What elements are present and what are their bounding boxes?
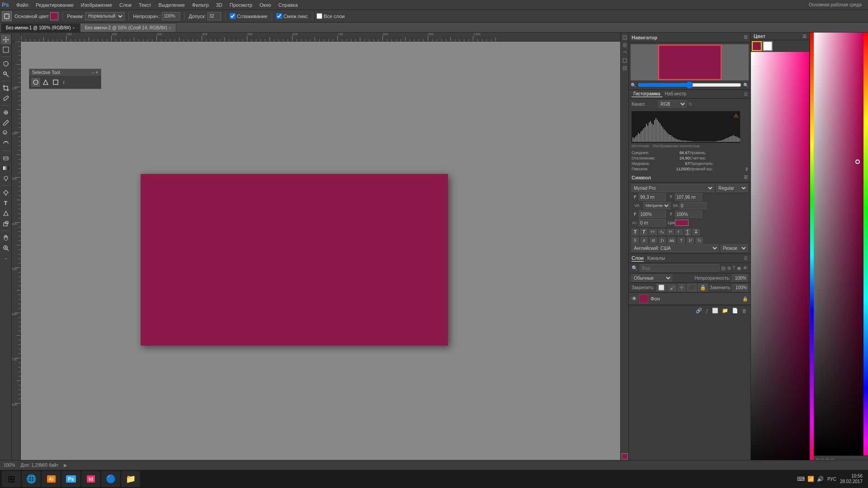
nav-zoom-out-icon[interactable]: 🔍 [631, 83, 636, 88]
menu-3d[interactable]: 3D [212, 1, 226, 9]
tab-doc1-close[interactable]: × [73, 26, 75, 30]
ot-st[interactable]: st [650, 237, 657, 244]
scale-v-input[interactable] [639, 211, 666, 218]
move-tool[interactable] [1, 34, 11, 44]
tracking-input[interactable] [679, 202, 707, 209]
navigator-header[interactable]: Навигатор ☰ [629, 33, 750, 42]
ot-super2[interactable]: 1² [687, 237, 694, 244]
all-layers-checkbox[interactable] [316, 13, 322, 19]
more-tools[interactable]: ··· [1, 253, 11, 263]
contiguous-checkbox[interactable] [276, 13, 282, 19]
quick-select-tool[interactable] [1, 69, 11, 79]
canvas-rotate[interactable] [622, 50, 628, 56]
canvas-document[interactable] [141, 174, 448, 346]
menu-text[interactable]: Текст [135, 1, 155, 9]
tab-doc2-close[interactable]: × [169, 26, 171, 30]
lock-artboard-btn[interactable]: ⬛ [687, 284, 697, 291]
navigator-zoom-slider[interactable] [638, 82, 741, 88]
canvas-fullscreen[interactable] [622, 57, 628, 64]
baseline-input[interactable] [639, 219, 666, 226]
ot-frac[interactable]: ½ [696, 237, 703, 244]
symbol-menu-icon[interactable]: ☰ [744, 175, 748, 180]
kerning-select[interactable]: Метрическ [643, 202, 670, 209]
selective-btn2[interactable] [41, 78, 50, 87]
float-close[interactable]: × [95, 70, 98, 75]
menu-select[interactable]: Выделение [155, 1, 189, 9]
filter-type-icon[interactable]: T [732, 265, 736, 271]
selective-btn4[interactable]: i [61, 78, 70, 87]
layers-mask-btn[interactable]: ⬜ [711, 307, 719, 314]
menu-edit[interactable]: Редактирование [32, 1, 77, 9]
ot-ligatures[interactable]: fi [632, 237, 639, 244]
canvas-area[interactable]: Selective Tool – × [12, 33, 628, 478]
nav-zoom-in-icon[interactable]: 🔍 [743, 83, 749, 88]
menu-filter[interactable]: Фильтр [189, 1, 212, 9]
layers-tab-channels[interactable]: Каналы [647, 255, 665, 262]
style-italic[interactable]: T [640, 229, 647, 235]
text-color-swatch[interactable] [675, 220, 689, 226]
layers-mode-select[interactable]: Обычные [632, 274, 672, 282]
layers-delete-btn[interactable]: 🗑 [741, 307, 748, 314]
filter-adjust-icon[interactable]: ⊗ [727, 265, 731, 271]
layers-menu-icon[interactable]: ☰ [744, 256, 748, 261]
style-underline[interactable]: T [684, 229, 691, 235]
layer-item-bg[interactable]: 👁 Фон 🔒 [629, 293, 750, 305]
ot-aa[interactable]: aa [668, 237, 676, 244]
hand-tool[interactable] [1, 233, 11, 243]
tolerance-input[interactable] [208, 12, 221, 20]
language-select[interactable]: Английский: США [632, 244, 719, 252]
style-super[interactable]: T¹ [667, 229, 674, 235]
brush-tool[interactable] [1, 118, 11, 128]
eyedropper-tool[interactable] [1, 94, 11, 103]
browser2-button[interactable]: 🔵 [101, 471, 120, 487]
start-button[interactable]: ⊞ [2, 471, 21, 487]
clone-tool[interactable]: s [1, 128, 11, 138]
tab-doc2[interactable]: Без имени-2 @ 50% (Слой 14, RGB/8#) × [80, 23, 176, 32]
eraser-tool[interactable] [1, 153, 11, 163]
fill-input[interactable] [732, 284, 748, 291]
chrome-button[interactable]: 🌐 [22, 471, 41, 487]
lasso-tool[interactable] [1, 59, 11, 69]
canvas-zoom-in[interactable] [622, 42, 628, 48]
style-sub[interactable]: T˙ [675, 229, 683, 235]
selective-btn1[interactable] [31, 78, 40, 87]
crop-tool[interactable] [1, 83, 11, 93]
color-picker-inner[interactable] [751, 52, 809, 478]
explorer-button[interactable]: 📁 [121, 471, 140, 487]
ot-ffi[interactable]: ƒı [659, 237, 666, 244]
font-style-select[interactable]: Regular [716, 184, 748, 192]
symbol-header[interactable]: Символ ☰ [629, 173, 750, 183]
menu-view[interactable]: Просмотр [226, 1, 256, 9]
canvas-zoom-fit[interactable] [622, 34, 628, 41]
gradient-tool[interactable] [1, 163, 11, 173]
saturation-brightness-area[interactable] [814, 33, 863, 455]
select-rect-tool[interactable] [1, 45, 11, 55]
canvas-background[interactable] [21, 42, 628, 478]
menu-image[interactable]: Изображение [77, 1, 116, 9]
color-fg-swatch[interactable] [752, 41, 762, 51]
style-smallcaps[interactable]: T₁ [658, 229, 665, 235]
zoom-tool[interactable] [1, 243, 11, 253]
fore-color-swatch[interactable] [50, 12, 58, 20]
mode-select[interactable]: Нормальный [85, 12, 124, 20]
color-hue-slider[interactable] [810, 33, 814, 478]
lock-all-btn[interactable]: 🔒 [698, 284, 708, 291]
style-strike[interactable]: T [693, 229, 700, 235]
font-family-select[interactable]: Myriad Pro [632, 184, 714, 192]
pen-tool[interactable] [1, 188, 11, 197]
navigator-menu-icon[interactable]: ☰ [744, 35, 748, 40]
tab-doc1[interactable]: Без имени-1 @ 100% (RGB/8#) × [1, 23, 80, 32]
illustrator-button[interactable]: Ai [42, 471, 61, 487]
anti-alias-checkbox[interactable] [230, 13, 236, 19]
lock-transparent-btn[interactable]: ⬜ [656, 284, 666, 291]
layers-new-btn[interactable]: 📄 [731, 307, 739, 314]
menu-help[interactable]: Справка [275, 1, 302, 9]
float-minimize[interactable]: – [92, 70, 95, 75]
histogram-menu-icon[interactable]: ☰ [744, 92, 748, 97]
path-select-tool[interactable] [1, 208, 11, 218]
layers-link-btn[interactable]: 🔗 [695, 307, 703, 314]
menu-layers[interactable]: Слои [116, 1, 135, 9]
text-tool[interactable]: T [1, 198, 11, 208]
scale-h-input[interactable] [675, 211, 702, 218]
leading-input[interactable] [675, 193, 702, 201]
